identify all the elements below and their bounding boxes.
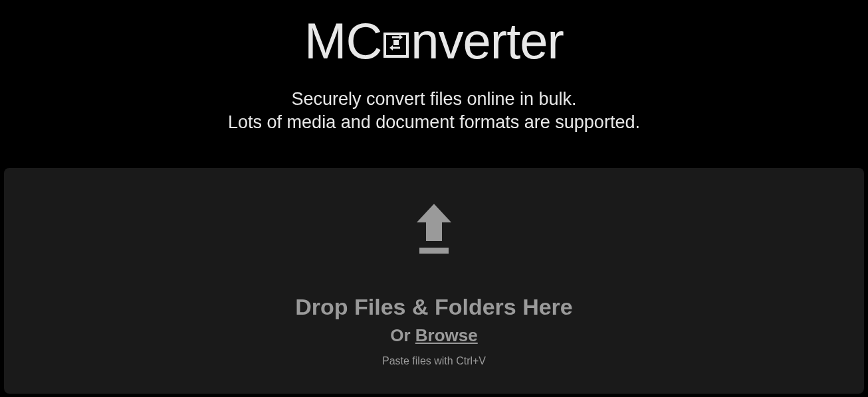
header: MC nverter Securely convert files online… bbox=[228, 0, 640, 133]
convert-icon bbox=[383, 32, 409, 58]
tagline: Securely convert files online in bulk. L… bbox=[228, 88, 640, 133]
svg-rect-2 bbox=[419, 248, 449, 254]
upload-icon bbox=[411, 204, 457, 257]
drop-title: Drop Files & Folders Here bbox=[295, 294, 573, 320]
logo-text-right: nverter bbox=[411, 16, 564, 66]
paste-hint: Paste files with Ctrl+V bbox=[382, 355, 486, 367]
browse-link[interactable]: Browse bbox=[415, 325, 478, 345]
logo-text-left: MC bbox=[304, 16, 381, 66]
dropzone[interactable]: Drop Files & Folders Here Or Browse Past… bbox=[4, 168, 864, 394]
main-container: MC nverter Securely convert files online… bbox=[0, 0, 868, 397]
tagline-line2: Lots of media and document formats are s… bbox=[228, 111, 640, 134]
or-text: Or bbox=[390, 325, 415, 345]
tagline-line1: Securely convert files online in bulk. bbox=[228, 88, 640, 111]
browse-line: Or Browse bbox=[390, 325, 478, 346]
svg-rect-1 bbox=[393, 40, 399, 45]
logo: MC nverter bbox=[228, 16, 640, 66]
